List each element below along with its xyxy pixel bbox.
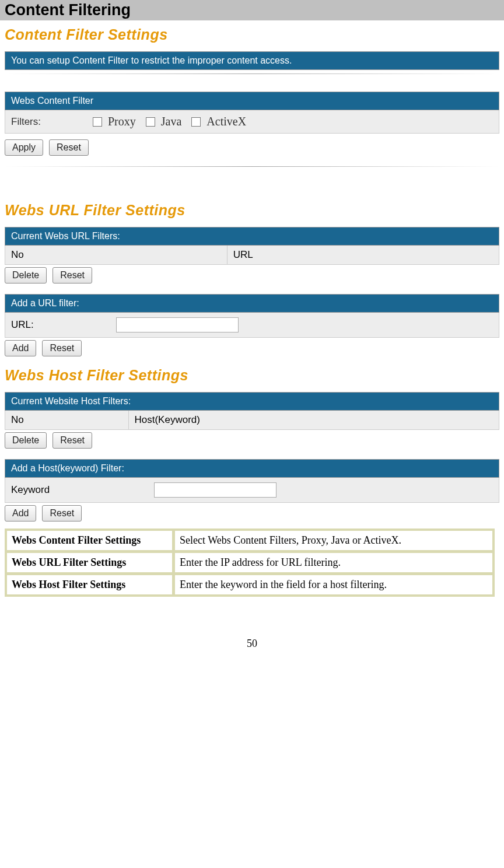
desc-value: Select Webs Content Filters, Proxy, Java… xyxy=(174,530,493,551)
col-no: No xyxy=(5,411,129,429)
desc-value: Enter the keyword in the field for a hos… xyxy=(174,575,493,595)
divider xyxy=(5,74,499,74)
col-host: Host(Keyword) xyxy=(129,411,499,429)
reset-button[interactable]: Reset xyxy=(49,139,89,156)
current-url-filters-header: Current Webs URL Filters: xyxy=(5,227,499,246)
keyword-label: Keyword xyxy=(11,484,154,496)
reset-button[interactable]: Reset xyxy=(42,340,82,356)
add-url-filter-header: Add a URL filter: xyxy=(5,294,499,313)
add-button[interactable]: Add xyxy=(5,340,36,356)
reset-button[interactable]: Reset xyxy=(52,432,92,449)
reset-button[interactable]: Reset xyxy=(52,267,92,284)
desc-key: Webs Content Filter Settings xyxy=(6,530,173,551)
url-input-row: URL: xyxy=(5,313,499,338)
table-row: Webs Content Filter Settings Select Webs… xyxy=(6,530,493,551)
url-table-header: No URL xyxy=(5,246,499,265)
content-filter-desc-bar: You can setup Content Filter to restrict… xyxy=(5,51,499,70)
table-row: Webs Host Filter Settings Enter the keyw… xyxy=(6,575,493,595)
filters-row: Filters: Proxy Java ActiveX xyxy=(5,110,499,134)
url-input[interactable] xyxy=(116,317,239,332)
activex-label: ActiveX xyxy=(206,115,246,128)
divider xyxy=(5,166,499,167)
apply-button[interactable]: Apply xyxy=(5,139,43,156)
add-button[interactable]: Add xyxy=(5,505,36,522)
keyword-input-row: Keyword xyxy=(5,478,499,503)
desc-key: Webs URL Filter Settings xyxy=(6,552,173,573)
desc-value: Enter the IP address for URL filtering. xyxy=(174,552,493,573)
page-number: 50 xyxy=(0,638,504,650)
add-host-filter-header: Add a Host(keyword) Filter: xyxy=(5,459,499,478)
webs-content-filter-header: Webs Content Filter xyxy=(5,92,499,110)
webs-host-filter-settings-title: Webs Host Filter Settings xyxy=(5,367,499,384)
col-url: URL xyxy=(228,246,499,264)
url-label: URL: xyxy=(11,319,116,331)
delete-button[interactable]: Delete xyxy=(5,432,47,449)
filters-label: Filters: xyxy=(11,116,93,128)
keyword-input[interactable] xyxy=(154,482,276,498)
description-table: Webs Content Filter Settings Select Webs… xyxy=(5,528,495,597)
webs-url-filter-settings-title: Webs URL Filter Settings xyxy=(5,202,499,219)
proxy-checkbox[interactable] xyxy=(93,117,102,127)
desc-key: Webs Host Filter Settings xyxy=(6,575,173,595)
col-no: No xyxy=(5,246,228,264)
proxy-label: Proxy xyxy=(108,115,136,128)
table-row: Webs URL Filter Settings Enter the IP ad… xyxy=(6,552,493,573)
java-label: Java xyxy=(161,115,182,128)
activex-checkbox[interactable] xyxy=(191,117,201,127)
current-host-filters-header: Current Website Host Filters: xyxy=(5,392,499,411)
content-filter-settings-title: Content Filter Settings xyxy=(5,26,499,43)
settings-screenshot: Content Filter Settings You can setup Co… xyxy=(5,26,499,522)
delete-button[interactable]: Delete xyxy=(5,267,47,284)
java-checkbox[interactable] xyxy=(146,117,155,127)
page-heading: Content Filtering xyxy=(0,0,504,20)
host-table-header: No Host(Keyword) xyxy=(5,411,499,430)
reset-button[interactable]: Reset xyxy=(42,505,82,522)
